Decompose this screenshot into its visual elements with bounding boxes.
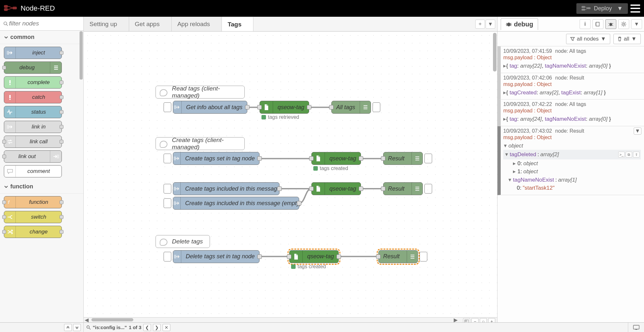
- copy-value-button[interactable]: ⧉: [626, 152, 632, 157]
- debug-message[interactable]: 10/09/2023, 07:43:02node: Resultmsg.payl…: [497, 126, 644, 195]
- zoom-reset-button[interactable]: ○: [480, 318, 487, 322]
- palette-node[interactable]: link call: [4, 136, 62, 148]
- debug-toggle-button[interactable]: [420, 252, 427, 261]
- palette-node[interactable]: switch: [4, 211, 62, 223]
- palette-collapse-top-button[interactable]: [64, 324, 72, 331]
- svg-rect-39: [465, 320, 467, 322]
- copy-path-button[interactable]: >_: [618, 152, 625, 157]
- search-prev-button[interactable]: ❮: [143, 324, 151, 331]
- palette-collapse-bottom-button[interactable]: [73, 324, 81, 331]
- palette-node[interactable]: ffunction: [4, 196, 62, 208]
- expand-caret-icon[interactable]: ▸: [503, 63, 506, 69]
- flow-node-result[interactable]: All tags: [331, 101, 371, 114]
- flow-node-qseow[interactable]: qseow-tag: [289, 250, 339, 263]
- inject-trigger-button[interactable]: [164, 198, 171, 208]
- deploy-icon: [582, 5, 591, 11]
- inject-trigger-button[interactable]: [164, 252, 171, 261]
- canvas-scrollbar-h[interactable]: [91, 318, 133, 321]
- menu-button[interactable]: [630, 5, 640, 13]
- workspace-tab[interactable]: Get apps: [129, 17, 172, 31]
- debug-timestamp: 10/09/2023, 07:43:02: [503, 128, 552, 134]
- pin-button[interactable]: ⇪: [633, 152, 639, 157]
- flow-node-result[interactable]: Result: [378, 250, 418, 263]
- debug-pin-button[interactable]: ▼: [634, 128, 641, 135]
- svg-text:f: f: [8, 200, 10, 205]
- flow-node-result[interactable]: Result: [383, 182, 423, 195]
- flow-node-inject[interactable]: Get info about all tags: [173, 101, 247, 114]
- flow-node-inject[interactable]: Create tags included in this message: [173, 182, 279, 195]
- inject-trigger-button[interactable]: [164, 184, 171, 194]
- palette-node-label: link call: [16, 138, 62, 145]
- flow-node-qseow[interactable]: qseow-tag: [311, 152, 361, 165]
- flow-node-result[interactable]: Result: [383, 152, 423, 165]
- comment-node[interactable]: Delete tags: [156, 235, 210, 248]
- debug-clear-button[interactable]: all ▼: [613, 34, 641, 44]
- workspace-tabs: Setting upGet appsApp reloadsTags ＋ ▼: [84, 17, 497, 32]
- palette-node[interactable]: complete: [4, 76, 62, 89]
- debug-toggle-button[interactable]: [424, 154, 432, 163]
- workspace-tab[interactable]: Tags: [222, 17, 253, 31]
- sidebar-tab-debug[interactable]: debug: [501, 18, 538, 30]
- collapse-caret-icon[interactable]: ▾: [505, 150, 508, 159]
- svg-rect-12: [9, 80, 11, 83]
- flow-node-qseow[interactable]: qseow-tag: [311, 182, 361, 195]
- footer: "is:config is..." 1 of 3 ❮ ❯ ✕: [0, 322, 644, 332]
- console-toggle-icon[interactable]: [633, 325, 640, 330]
- inject-trigger-button[interactable]: [164, 102, 171, 112]
- flow-canvas[interactable]: Read tags (client-managed)Create tags (c…: [84, 32, 497, 322]
- search-next-button[interactable]: ❯: [153, 324, 161, 331]
- sidebar-more-button[interactable]: ▼: [631, 19, 642, 29]
- zoom-out-button[interactable]: −: [471, 318, 478, 322]
- flow-node-inject[interactable]: Create tags included in this message (em…: [173, 197, 299, 210]
- comment-node[interactable]: Create tags (client-managed): [156, 137, 245, 150]
- debug-message[interactable]: 10/09/2023, 07:42:22node: All tagsmsg.pa…: [497, 100, 644, 126]
- sidebar-config-button[interactable]: [618, 19, 629, 29]
- comment-node[interactable]: Read tags (client-managed): [156, 86, 245, 99]
- expand-caret-icon[interactable]: ▸: [503, 90, 506, 96]
- debug-filter-button[interactable]: all nodes ▼: [566, 34, 610, 44]
- svg-line-60: [625, 22, 626, 23]
- tab-menu-button[interactable]: ▼: [486, 20, 495, 29]
- bang-icon: [4, 91, 16, 103]
- search-icon: [3, 21, 8, 26]
- zoom-in-button[interactable]: +: [488, 318, 495, 322]
- expand-caret-icon[interactable]: ▸: [512, 159, 516, 168]
- expand-caret-icon[interactable]: ▸: [503, 116, 506, 122]
- workspace-tab[interactable]: App reloads: [172, 17, 222, 31]
- flow-node-qseow[interactable]: qseow-tag: [260, 101, 309, 114]
- palette-node[interactable]: change: [4, 226, 62, 238]
- sidebar-info-button[interactable]: i: [580, 19, 591, 29]
- sidebar-debug-button[interactable]: [605, 19, 616, 29]
- inject-trigger-button[interactable]: [164, 154, 171, 163]
- palette-node[interactable]: inject: [4, 47, 62, 59]
- deploy-button[interactable]: Deploy ▼: [576, 3, 628, 14]
- debug-topic: msg.payload : Object: [503, 81, 641, 87]
- workspace-tab[interactable]: Setting up: [84, 17, 129, 31]
- expand-caret-icon[interactable]: ▸: [512, 167, 516, 176]
- palette-scrollbar[interactable]: [80, 31, 83, 80]
- workspace: Setting upGet appsApp reloadsTags ＋ ▼ Re…: [84, 17, 497, 322]
- sidebar-help-button[interactable]: [592, 19, 603, 29]
- collapse-caret-icon[interactable]: ▾: [508, 176, 512, 184]
- palette-node[interactable]: comment: [4, 165, 62, 177]
- palette-category-header[interactable]: common: [0, 31, 83, 44]
- palette-node[interactable]: link in: [4, 121, 62, 133]
- svg-line-62: [89, 328, 90, 329]
- palette-node[interactable]: status: [4, 106, 62, 118]
- palette-node[interactable]: debug: [4, 62, 62, 74]
- add-tab-button[interactable]: ＋: [475, 20, 485, 29]
- palette-node[interactable]: link out: [4, 150, 62, 163]
- debug-toggle-button[interactable]: [424, 184, 432, 194]
- palette-node[interactable]: catch: [4, 91, 62, 103]
- search-close-button[interactable]: ✕: [163, 324, 170, 331]
- flow-node-inject[interactable]: Delete tags set in tag node: [173, 250, 260, 263]
- debug-message[interactable]: 10/09/2023, 07:41:59node: All tagsmsg.pa…: [497, 46, 644, 73]
- debug-message[interactable]: 10/09/2023, 07:42:06node: Resultmsg.payl…: [497, 73, 644, 100]
- collapse-caret-icon[interactable]: ▾: [503, 142, 507, 150]
- palette-category-header[interactable]: function: [0, 180, 83, 194]
- debug-toggle-button[interactable]: [373, 102, 380, 112]
- flow-node-inject[interactable]: Create tags set in tag node: [173, 152, 260, 165]
- view-navigator-button[interactable]: [463, 318, 470, 322]
- palette-filter-input[interactable]: [2, 19, 81, 28]
- canvas-scrollbar-v[interactable]: [493, 33, 497, 71]
